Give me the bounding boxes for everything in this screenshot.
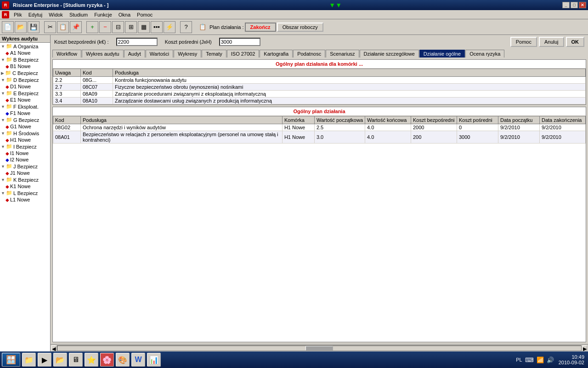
expand-icon: ▶ (1, 71, 4, 75)
copy-button[interactable]: 📋 (57, 21, 69, 33)
add-button[interactable]: + (86, 21, 98, 33)
tree-item-B[interactable]: ▼ 📁 B Bezpiecz (0, 56, 50, 63)
tab-dzialanie-szczegolowe[interactable]: Działanie szczegółowe (360, 50, 419, 58)
tree-item-D1[interactable]: ◆ D1 Nowe (0, 83, 50, 90)
scrollbar-track[interactable] (57, 345, 582, 351)
tree-item-A1[interactable]: ◆ A1 Nowe (0, 50, 50, 56)
tree-item-I2[interactable]: ◆ I2 Nowe (0, 156, 50, 163)
delete-button[interactable]: − (99, 21, 111, 33)
taskbar-app-5[interactable]: ⭐ (85, 353, 98, 367)
table-row[interactable]: 2.7 08C07 Fizyczne bezpieczeństwo obrotu… (53, 84, 586, 91)
tree-item-C[interactable]: ▶ 📁 C Bezpiecz (0, 69, 50, 76)
diamond-icon: ◆ (6, 111, 9, 116)
tree-label: L Bezpiecz (13, 190, 38, 196)
tree-item-E1[interactable]: ◆ E1 Nowe (0, 97, 50, 103)
close-button[interactable]: ✕ (579, 2, 586, 8)
menu-funkcje[interactable]: Funkcje (91, 11, 115, 18)
window-controls[interactable]: _ □ ✕ (562, 2, 586, 8)
tree-item-H1[interactable]: ◆ H1 Nowe (0, 137, 50, 143)
table-row[interactable]: 08G02 Ochrona narzędzi i wyników audytów… (53, 124, 586, 131)
maximize-button[interactable]: □ (571, 2, 578, 8)
tool4-button[interactable]: ▪▪▪ (151, 21, 163, 33)
menu-edytuj[interactable]: Edytuj (26, 11, 45, 18)
koszt-posredni-input[interactable] (219, 38, 260, 46)
tree-item-F[interactable]: ▼ 📁 F Eksploat. (0, 103, 50, 110)
tab-scenariusz[interactable]: Scenariusz (326, 50, 359, 58)
horizontal-scrollbar[interactable]: ◀ ▶ (51, 344, 588, 351)
taskbar-app-4[interactable]: 🖥 (69, 353, 83, 367)
taskbar-app-ppt[interactable]: 📊 (147, 353, 161, 367)
help-button[interactable]: ? (180, 21, 192, 33)
tree-item-H[interactable]: ▼ 📁 H Środowis (0, 130, 50, 137)
obszar-button[interactable]: Obszar roboczy (277, 23, 323, 32)
plan-icon: 📋 (197, 21, 209, 33)
table-row[interactable]: 3.3 08A09 Zarządzanie procedurami związa… (53, 91, 586, 98)
table-row[interactable]: 08A01 Bezpieczeństwo w relacjach z perso… (53, 131, 586, 144)
tree-item-L[interactable]: ▼ 📁 L Bezpiecz (0, 190, 50, 196)
tab-wykres-audytu[interactable]: Wykres audytu (82, 50, 124, 58)
tab-iso27002[interactable]: ISO 27002 (227, 50, 260, 58)
scrollbar-thumb[interactable] (305, 346, 333, 351)
menu-pomoc[interactable]: Pomoc (134, 11, 155, 18)
tree-item-K[interactable]: ▼ 📁 K Bezpiecz (0, 176, 50, 183)
scroll-right-btn[interactable]: ▶ (582, 345, 587, 351)
tree-item-D[interactable]: ▼ 📁 D Bezpiecz (0, 76, 50, 83)
cell-uwaga: 2.7 (53, 84, 81, 91)
cut-button[interactable]: ✂ (44, 21, 56, 33)
menu-widok[interactable]: Widok (46, 11, 66, 18)
cell-war-pocz: 3.0 (314, 131, 365, 144)
taskbar-app-7[interactable]: 🎨 (116, 353, 130, 367)
pomoc-button[interactable]: Pomoc (510, 37, 537, 47)
tree-item-B1[interactable]: ◆ B1 Nowe (0, 63, 50, 69)
tree-label: A Organiza (13, 44, 38, 49)
taskbar-app-6[interactable]: 🌸 (100, 353, 114, 367)
save-button[interactable]: 💾 (28, 21, 40, 33)
tool2-button[interactable]: ⊞ (125, 21, 137, 33)
tree-item-F1[interactable]: ◆ F1 Nowe (0, 110, 50, 116)
tree-item-G[interactable]: ▼ 📁 G Bezpiecz (0, 116, 50, 123)
tree-item-I1[interactable]: ◆ I1 Nowe (0, 150, 50, 156)
tab-dzialanie-ogolne[interactable]: Działanie ogólne (419, 50, 465, 58)
open-button[interactable]: 📂 (15, 21, 27, 33)
tool3-button[interactable]: ▦ (138, 21, 150, 33)
zakoncz-button[interactable]: Zakończ (245, 23, 276, 32)
taskbar-app-2[interactable]: ▶ (38, 353, 51, 367)
cell-koszt-posr: 3000 (457, 131, 498, 144)
tree-item-J[interactable]: ▼ 📁 J Bezpiecz (0, 163, 50, 170)
tab-tematy[interactable]: Tematy (202, 50, 226, 58)
tab-wykresy[interactable]: Wykresy (174, 50, 201, 58)
paste-button[interactable]: 📌 (70, 21, 82, 33)
menu-okna[interactable]: Okna (116, 11, 133, 18)
tool5-button[interactable]: ⚡ (164, 21, 175, 33)
ok-button[interactable]: OK (566, 37, 585, 47)
tab-kartografia[interactable]: Kartografia (260, 50, 293, 58)
minimize-button[interactable]: _ (562, 2, 570, 8)
cell-kod: 08G02 (53, 124, 81, 131)
tab-workflow[interactable]: Workflow (52, 50, 81, 58)
taskbar-app-3[interactable]: 📂 (53, 353, 67, 367)
tree-item-A[interactable]: ▼ 📁 A Organiza (0, 43, 50, 50)
tree-item-J1[interactable]: ◆ J1 Nowe (0, 170, 50, 176)
table-row[interactable]: 3.4 08A10 Zarządzanie dostawcami usług z… (53, 98, 586, 104)
koszt-bezposredni-input[interactable] (116, 38, 158, 46)
tree-item-K1[interactable]: ◆ K1 Nowe (0, 183, 50, 190)
tab-wartosci[interactable]: Wartości (146, 50, 173, 58)
taskbar-app-word[interactable]: W (131, 353, 145, 367)
menu-studium[interactable]: Studium (67, 11, 90, 18)
diamond-icon: ◆ (6, 138, 9, 143)
menu-plik[interactable]: Plik (11, 11, 25, 18)
tree-item-I[interactable]: ▼ 📁 I Bezpiecz (0, 143, 50, 150)
tab-audyt[interactable]: Audyt (124, 50, 145, 58)
tree-item-L1[interactable]: ◆ L1 Nowe (0, 196, 50, 203)
scroll-left-btn[interactable]: ◀ (51, 345, 56, 351)
new-button[interactable]: 📄 (2, 21, 14, 33)
tree-item-G1[interactable]: ◆ G1 Nowe (0, 123, 50, 130)
tab-podatnosc[interactable]: Podatnosc (293, 50, 325, 58)
tab-ocena-ryzyka[interactable]: Ocena ryzyka (465, 50, 504, 58)
tool1-button[interactable]: ⊟ (112, 21, 124, 33)
taskbar-app-1[interactable]: 📁 (22, 353, 36, 367)
anuluj-button[interactable]: Anuluj (539, 37, 564, 47)
start-button[interactable]: 🪟 (2, 353, 20, 367)
tree-item-E[interactable]: ▼ 📁 E Bezpiecz (0, 90, 50, 97)
table-row[interactable]: 2.2 08G... Kontrola funkcjonowania audyt… (53, 77, 586, 84)
